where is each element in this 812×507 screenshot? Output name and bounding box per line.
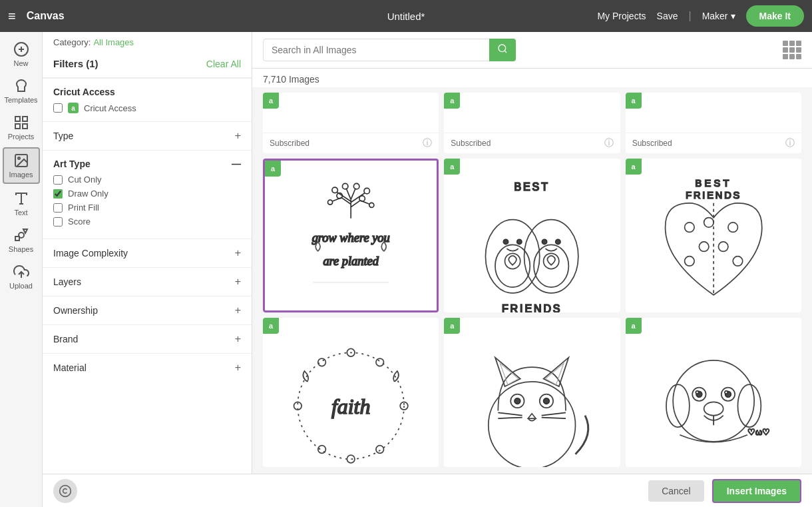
- chevron-down-icon: ▾: [731, 11, 735, 21]
- svg-point-76: [514, 398, 520, 404]
- clear-all-button[interactable]: Clear All: [206, 59, 241, 69]
- cut-only-item[interactable]: Cut Only: [53, 175, 241, 185]
- insert-images-button[interactable]: Insert Images: [712, 479, 801, 503]
- cut-only-checkbox[interactable]: [53, 175, 63, 185]
- svg-rect-4: [23, 117, 27, 121]
- sidebar-item-shapes[interactable]: Shapes: [3, 223, 40, 257]
- info-icon[interactable]: ⓘ: [423, 137, 432, 149]
- svg-text:BEST: BEST: [514, 181, 550, 193]
- info-icon[interactable]: ⓘ: [785, 137, 795, 149]
- ownership-section[interactable]: Ownership +: [43, 296, 252, 324]
- cancel-button[interactable]: Cancel: [648, 480, 704, 502]
- print-fill-checkbox[interactable]: [53, 203, 63, 213]
- svg-point-69: [489, 381, 576, 467]
- svg-point-46: [542, 239, 547, 244]
- svg-point-64: [318, 358, 326, 366]
- svg-point-47: [556, 239, 560, 244]
- filter-panel: Category: All Images Filters (1) Clear A…: [43, 32, 252, 507]
- draw-only-item[interactable]: Draw Only: [53, 189, 241, 199]
- sidebar-item-new[interactable]: New: [3, 37, 40, 71]
- info-icon[interactable]: ⓘ: [604, 137, 614, 149]
- image-card-2[interactable]: a BEST: [444, 159, 620, 312]
- search-input[interactable]: [263, 39, 516, 61]
- svg-point-15: [499, 45, 506, 52]
- draw-only-checkbox[interactable]: [53, 189, 63, 199]
- svg-point-56: [733, 256, 743, 266]
- material-section[interactable]: Material +: [43, 353, 252, 382]
- subscribed-badge: a: [626, 93, 642, 109]
- cut-only-label: Cut Only: [68, 175, 102, 185]
- sidebar-item-upload[interactable]: Upload: [3, 260, 40, 294]
- svg-rect-3: [15, 117, 20, 121]
- sidebar-item-templates[interactable]: Templates: [3, 74, 40, 108]
- file-title: Untitled*: [387, 11, 425, 22]
- svg-text:FRIENDS: FRIENDS: [502, 303, 562, 312]
- svg-point-61: [347, 455, 355, 463]
- type-expand-icon: +: [235, 130, 241, 142]
- brand-section[interactable]: Brand +: [43, 324, 252, 353]
- material-expand-icon: +: [235, 362, 241, 374]
- hamburger-menu-icon[interactable]: ≡: [8, 9, 16, 24]
- category-value: All Images: [93, 37, 134, 47]
- image-card-3[interactable]: a BEST FRIENDS: [626, 159, 801, 312]
- cricut-access-checkbox[interactable]: [53, 103, 63, 113]
- svg-point-67: [376, 445, 384, 453]
- svg-text:FRIENDS: FRIENDS: [686, 190, 741, 201]
- save-button[interactable]: Save: [657, 11, 678, 21]
- image-card-4[interactable]: a: [263, 318, 439, 468]
- svg-point-91: [725, 390, 727, 393]
- subscribed-label: Subscribed: [632, 139, 672, 148]
- sidebar-item-upload-label: Upload: [9, 282, 33, 290]
- score-item[interactable]: Score: [53, 217, 241, 227]
- svg-marker-71: [544, 357, 569, 386]
- divider: |: [688, 10, 691, 22]
- svg-point-66: [318, 445, 326, 453]
- score-checkbox[interactable]: [53, 217, 63, 227]
- sidebar-item-shapes-label: Shapes: [9, 245, 33, 253]
- filter-scroll: Cricut Access a Cricut Access Type + Art…: [43, 78, 252, 468]
- svg-line-28: [351, 188, 355, 199]
- filter-header: Filters (1) Clear All: [43, 50, 252, 78]
- image-card-5[interactable]: a: [444, 318, 620, 468]
- grid-view-button[interactable]: [783, 41, 801, 59]
- sidebar-item-text[interactable]: Text: [3, 187, 40, 221]
- sidebar-item-new-label: New: [13, 59, 28, 67]
- make-it-button[interactable]: Make It: [746, 5, 804, 27]
- material-header: Material +: [53, 362, 241, 374]
- svg-line-81: [542, 412, 566, 415]
- svg-point-54: [728, 223, 738, 233]
- subscribed-badge-3: a: [626, 159, 642, 175]
- sidebar-item-images-label: Images: [9, 171, 33, 179]
- sidebar-item-projects[interactable]: Projects: [3, 111, 40, 145]
- print-fill-item[interactable]: Print Fill: [53, 203, 241, 213]
- top-nav: ≡ Canvas Untitled* My Projects Save | Ma…: [0, 0, 812, 32]
- image-card-1[interactable]: a grow where you are p: [263, 159, 439, 312]
- search-button[interactable]: [489, 39, 516, 61]
- type-header: Type +: [53, 130, 241, 142]
- layers-section[interactable]: Layers +: [43, 267, 252, 296]
- my-projects-link[interactable]: My Projects: [597, 11, 646, 21]
- image-card-6[interactable]: a: [626, 318, 801, 468]
- brand-expand-icon: +: [235, 333, 241, 345]
- svg-marker-70: [495, 357, 520, 386]
- art-type-title: Art Type —: [53, 159, 241, 169]
- brand-title: Brand: [53, 334, 78, 344]
- top-row-images: a Subscribedⓘ a Subscribedⓘ a Subscribed…: [252, 87, 812, 153]
- svg-point-41: [504, 239, 508, 244]
- subscribed-badge-5: a: [444, 318, 460, 334]
- maker-selector[interactable]: Maker ▾: [702, 11, 735, 21]
- svg-point-65: [376, 358, 384, 366]
- type-section[interactable]: Type +: [43, 121, 252, 150]
- svg-marker-13: [23, 229, 27, 233]
- image-complexity-title: Image Complexity: [53, 248, 128, 258]
- sidebar-item-images[interactable]: Images: [3, 147, 40, 184]
- svg-point-25: [364, 188, 369, 193]
- image-card-top-3[interactable]: a Subscribedⓘ: [626, 93, 801, 153]
- top-right-actions: My Projects Save | Maker ▾ Insert Images…: [597, 5, 804, 27]
- cricut-access-item[interactable]: a Cricut Access: [53, 103, 241, 113]
- subscribed-badge: a: [444, 93, 460, 109]
- art-type-section: Art Type — Cut Only Draw Only Print Fill: [43, 150, 252, 239]
- image-complexity-section[interactable]: Image Complexity +: [43, 239, 252, 267]
- image-card-top-1[interactable]: a Subscribedⓘ: [263, 93, 439, 153]
- image-card-top-2[interactable]: a Subscribedⓘ: [444, 93, 620, 153]
